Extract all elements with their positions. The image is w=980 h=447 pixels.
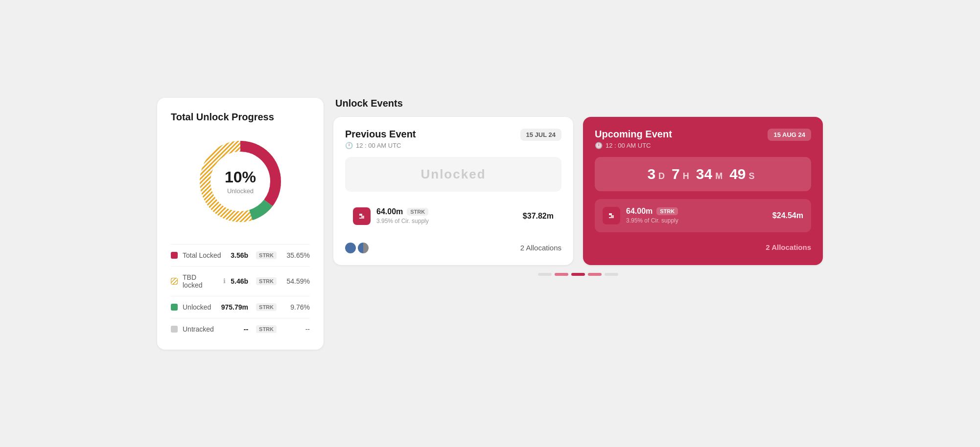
legend-label-untracked: Untracked [183,325,239,333]
countdown-hours: 7 [672,166,680,182]
upcoming-event-name: Upcoming Event [595,129,672,140]
upcoming-token-box: 64.00m STRK 3.95% of Cir. supply $24.54m [595,199,811,232]
donut-label: Unlocked [227,187,254,194]
unlock-events-panel: Unlock Events Previous Event 🕛 12 : 00 A… [333,98,823,350]
page-dot-4[interactable] [588,273,602,276]
previous-event-card: Previous Event 🕛 12 : 00 AM UTC 15 JUL 2… [333,117,573,265]
legend-label-tbd: TBD locked [183,273,216,289]
previous-event-name-block: Previous Event 🕛 12 : 00 AM UTC [345,129,416,149]
upcoming-strk-icon [606,210,617,221]
upcoming-allocations-text: 2 Allocations [766,243,811,251]
previous-allocations-row: 2 Allocations [345,241,561,253]
upcoming-event-time: 🕛 12 : 00 AM UTC [595,142,672,149]
legend-row-unlocked: Unlocked 975.79m STRK 9.76% [171,296,310,318]
countdown-box: 3 D 7 H 34 M 49 S [595,157,811,191]
previous-event-time-text: 12 : 00 AM UTC [356,142,401,149]
legend-badge-untracked: STRK [256,325,277,333]
events-row: Previous Event 🕛 12 : 00 AM UTC 15 JUL 2… [333,117,823,265]
legend-row-untracked: Untracked -- STRK -- [171,318,310,340]
previous-alloc-icons [345,243,369,253]
unlocked-status-box: Unlocked [345,157,561,192]
legend-pct-locked: 35.65% [284,251,310,259]
legend-pct-unlocked: 9.76% [284,303,310,311]
legend-badge-tbd: STRK [256,277,277,285]
unlocked-icon [171,304,178,311]
upcoming-token-name-badge: STRK [656,207,678,215]
donut-percent: 10% [225,168,256,186]
upcoming-token-amount: 64.00m [626,207,653,216]
previous-token-name-badge: STRK [407,208,428,216]
upcoming-token-supply: 3.95% of Cir. supply [626,217,767,224]
main-container: Total Unlock Progress [147,88,833,359]
upcoming-token-usd: $24.54m [772,211,803,220]
previous-event-name: Previous Event [345,129,416,140]
alloc-icon-blue [345,243,356,253]
previous-event-date: 15 JUL 24 [520,129,561,141]
donut-center: 10% Unlocked [225,168,256,195]
info-icon[interactable]: ℹ [223,277,226,285]
countdown-days: 3 [647,166,655,182]
unlocked-status-text: Unlocked [420,167,486,181]
alloc-icon-half [358,243,369,253]
page-dot-1[interactable] [538,273,552,276]
previous-event-header: Previous Event 🕛 12 : 00 AM UTC 15 JUL 2… [345,129,561,149]
upcoming-alloc-icons [595,242,618,253]
untracked-icon [171,326,178,333]
legend-row-tbd: TBD locked ℹ 5.46b STRK 54.59% [171,266,310,296]
upcoming-token-amount-row: 64.00m STRK [626,207,767,216]
locked-icon [171,252,178,259]
countdown-seconds: 49 [729,166,746,182]
tbd-icon [171,278,178,285]
legend-value-locked: 3.56b [231,251,248,259]
countdown-days-unit: D [658,171,665,181]
upcoming-event-date: 15 AUG 24 [768,129,811,141]
upcoming-event-header: Upcoming Event 🕛 12 : 00 AM UTC 15 AUG 2… [595,129,811,149]
legend-label-unlocked: Unlocked [183,303,216,311]
countdown-minutes: 34 [696,166,712,182]
clock-icon: 🕛 [345,142,353,149]
countdown-hours-unit: H [683,171,689,181]
panel-title: Total Unlock Progress [171,112,310,123]
upcoming-event-card: Upcoming Event 🕛 12 : 00 AM UTC 15 AUG 2… [583,117,823,265]
legend-label-locked: Total Locked [183,251,226,259]
strk-icon [356,211,367,222]
upcoming-alloc-icon-pink2 [607,242,618,253]
countdown-seconds-unit: S [749,171,755,181]
previous-token-box: 64.00m STRK 3.95% of Cir. supply $37.82m [345,200,561,233]
total-unlock-panel: Total Unlock Progress [157,98,324,350]
legend-pct-untracked: -- [284,325,310,333]
pagination [333,273,823,276]
upcoming-allocations-row: 2 Allocations [595,240,811,253]
legend-value-tbd: 5.46b [231,277,248,285]
upcoming-event-time-text: 12 : 00 AM UTC [606,142,651,149]
upcoming-clock-icon: 🕛 [595,142,603,149]
upcoming-event-name-block: Upcoming Event 🕛 12 : 00 AM UTC [595,129,672,149]
section-title: Unlock Events [333,98,823,109]
previous-token-amount: 64.00m [376,207,403,216]
upcoming-token-icon [603,207,620,224]
page-dot-2[interactable] [555,273,568,276]
legend-badge-locked: STRK [256,251,277,259]
upcoming-alloc-icon-pink [595,242,606,253]
previous-event-time: 🕛 12 : 00 AM UTC [345,142,416,149]
countdown-minutes-unit: M [715,171,723,181]
upcoming-token-info: 64.00m STRK 3.95% of Cir. supply [626,207,767,224]
legend-value-untracked: -- [244,325,248,333]
donut-chart-container: 10% Unlocked [171,133,310,230]
previous-token-usd: $37.82m [523,212,554,221]
previous-token-amount-row: 64.00m STRK [376,207,517,216]
legend-value-unlocked: 975.79m [221,303,248,311]
legend-pct-tbd: 54.59% [284,277,310,285]
previous-token-icon [353,207,371,225]
legend: Total Locked 3.56b STRK 35.65% TBD locke… [171,244,310,340]
legend-row-locked: Total Locked 3.56b STRK 35.65% [171,244,310,266]
page-dot-5[interactable] [605,273,618,276]
page-dot-3[interactable] [571,273,585,276]
previous-token-supply: 3.95% of Cir. supply [376,218,517,224]
previous-token-info: 64.00m STRK 3.95% of Cir. supply [376,207,517,224]
previous-allocations-text: 2 Allocations [520,244,561,252]
legend-badge-unlocked: STRK [256,303,277,311]
